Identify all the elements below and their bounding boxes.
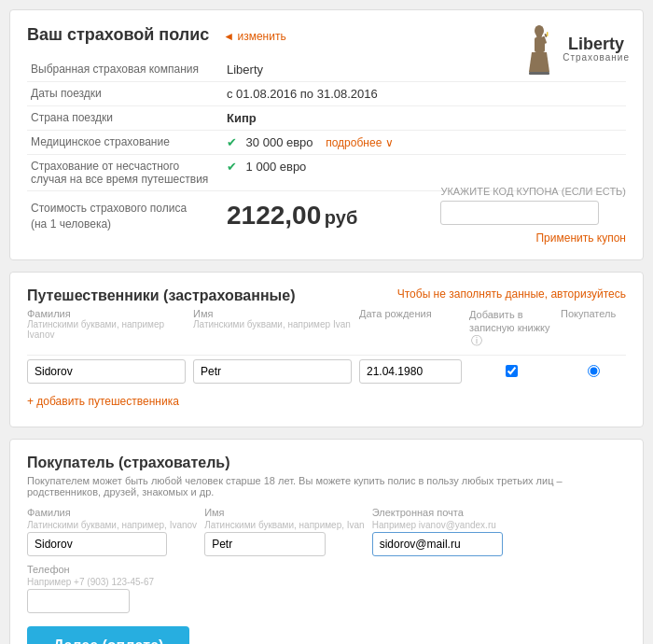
svg-rect-8 [535, 37, 545, 52]
buyer-firstname-placeholder: Латинскими буквами, например, Ivan [204, 520, 365, 530]
page-wrapper: Ваш страховой полис ◄ изменить [0, 0, 653, 644]
buyer-title: Покупатель (страхователь) [27, 455, 626, 471]
info-icon: ⓘ [471, 334, 482, 347]
buyer-firstname-input[interactable] [204, 532, 326, 556]
buyer-firstname-label: Имя [204, 507, 365, 518]
policy-card: Ваш страховой полис ◄ изменить [9, 9, 644, 260]
value-dates: с 01.08.2016 по 31.08.2016 [223, 82, 626, 106]
traveler-buyer-radio-col [561, 365, 626, 377]
traveler-row [27, 359, 626, 384]
policy-title-text: Ваш страховой полис [27, 25, 209, 44]
buyer-email-input[interactable] [372, 532, 503, 556]
col-header-add: Добавить в записную книжку ⓘ [469, 308, 553, 349]
coupon-input[interactable] [440, 201, 599, 225]
check-icon-accident: ✔ [227, 160, 237, 174]
apply-coupon-link[interactable]: Применить купон [535, 231, 626, 245]
buyer-lastname-input[interactable] [27, 532, 167, 556]
label-country: Страна поездки [27, 106, 223, 131]
price-currency: руб [325, 207, 357, 228]
buyer-phone-placeholder: Например +7 (903) 123-45-67 [27, 577, 154, 587]
table-row: Страна поездки Кипр [27, 106, 626, 131]
label-insurer: Выбранная страховая компания [27, 58, 223, 82]
traveler-add-checkbox-col [469, 365, 553, 377]
svg-rect-10 [529, 72, 549, 75]
buyer-phone-input[interactable] [27, 589, 130, 613]
autofill-link[interactable]: Чтобы не заполнять данные, авторизуйтесь [397, 287, 626, 301]
svg-marker-9 [529, 52, 549, 72]
col-header-dob: Дата рождения [359, 308, 462, 349]
price-label: Стоимость страхового полиса(на 1 человек… [27, 191, 223, 237]
coupon-area: УКАЖИТЕ КОД КУПОНА (ЕСЛИ ЕСТЬ) Применить… [440, 186, 626, 245]
logo-wrapper: Liberty Страхование [520, 23, 630, 75]
buyer-email-label: Электронная почта [372, 507, 503, 518]
buyer-lastname-group: Фамилия Латинскими буквами, например, Iv… [27, 507, 197, 556]
col-placeholder-lastname: Латинскими буквами, например Ivanov [27, 319, 186, 340]
buyer-lastname-placeholder: Латинскими буквами, например, Ivanov [27, 520, 197, 530]
traveler-buyer-radio[interactable] [588, 365, 600, 377]
buyer-fields-row: Фамилия Латинскими буквами, например, Iv… [27, 507, 626, 613]
travelers-header-row: Чтобы не заполнять данные, авторизуйтесь… [27, 287, 626, 308]
liberty-logo-icon [520, 23, 559, 75]
logo-text-group: Liberty Страхование [563, 35, 630, 63]
buyer-phone-label: Телефон [27, 564, 154, 575]
col-header-buyer: Покупатель [561, 308, 626, 349]
buyer-email-group: Электронная почта Например ivanov@yandex… [372, 507, 503, 556]
logo-brand-name: Liberty [563, 35, 630, 52]
svg-rect-1 [536, 35, 542, 37]
travelers-columns-header: Фамилия Латинскими буквами, например Iva… [27, 308, 626, 356]
table-row: Медицинское страхование ✔ 30 000 евро по… [27, 131, 626, 155]
value-country: Кипр [223, 106, 626, 131]
table-row: Даты поездки с 01.08.2016 по 31.08.2016 [27, 82, 626, 106]
logo-subtext: Страхование [563, 52, 630, 63]
buyer-lastname-label: Фамилия [27, 507, 197, 518]
change-link[interactable]: ◄ изменить [223, 30, 285, 43]
details-link-medical[interactable]: подробнее ∨ [326, 136, 393, 149]
travelers-card: Чтобы не заполнять данные, авторизуйтесь… [9, 272, 644, 427]
buyer-description: Покупателем может быть любой человек ста… [27, 475, 626, 497]
buyer-phone-group: Телефон Например +7 (903) 123-45-67 [27, 564, 154, 613]
traveler-lastname-input[interactable] [27, 359, 186, 384]
label-medical: Медицинское страхование [27, 131, 223, 155]
buyer-firstname-group: Имя Латинскими буквами, например, Ivan [204, 507, 365, 556]
svg-rect-7 [547, 32, 549, 36]
logo-area: Liberty Страхование [520, 23, 630, 75]
submit-button[interactable]: Далее (оплата) [27, 626, 189, 644]
add-traveler-button[interactable]: + добавить путешественника [27, 391, 179, 412]
traveler-firstname-input[interactable] [193, 359, 352, 384]
price-amount: 2122,00 [227, 201, 321, 230]
label-accident: Страхование от несчастного случая на все… [27, 155, 223, 191]
buyer-email-placeholder: Например ivanov@yandex.ru [372, 520, 503, 530]
traveler-dob-input[interactable] [359, 359, 462, 384]
col-header-firstname: Имя Латинскими буквами, например Ivan [193, 308, 352, 349]
coupon-label: УКАЖИТЕ КОД КУПОНА (ЕСЛИ ЕСТЬ) [440, 186, 626, 197]
col-placeholder-firstname: Латинскими буквами, например Ivan [193, 319, 352, 329]
label-dates: Даты поездки [27, 82, 223, 106]
check-icon-medical: ✔ [227, 135, 237, 149]
col-header-lastname: Фамилия Латинскими буквами, например Iva… [27, 308, 186, 349]
buyer-card: Покупатель (страхователь) Покупателем мо… [9, 439, 644, 644]
value-medical: ✔ 30 000 евро подробнее ∨ [223, 131, 626, 155]
traveler-add-checkbox[interactable] [506, 365, 518, 377]
